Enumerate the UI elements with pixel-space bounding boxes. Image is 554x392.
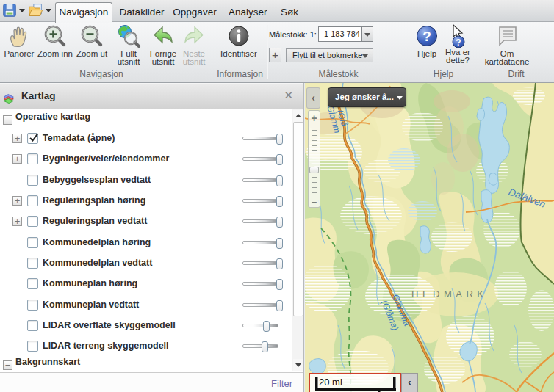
svg-text:?: ? [422,29,431,44]
svg-text:?: ? [456,37,461,48]
svg-text:HEDMARK: HEDMARK [411,288,488,300]
